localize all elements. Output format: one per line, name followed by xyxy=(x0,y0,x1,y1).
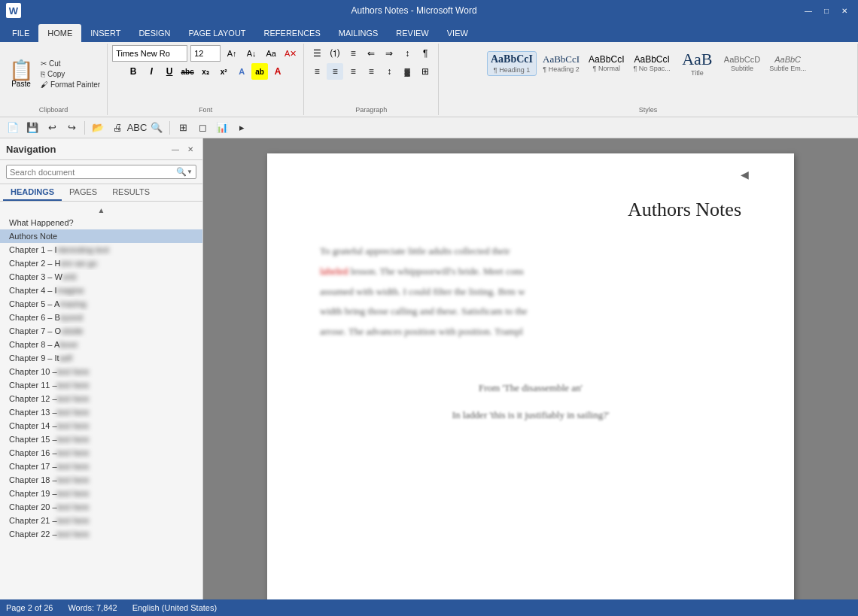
nav-item-chapter12[interactable]: Chapter 12 –text here xyxy=(0,392,202,405)
nav-collapse-button[interactable]: ▲ xyxy=(0,205,202,216)
smartart-button[interactable]: 📊 xyxy=(214,120,230,136)
document-title: Authors Notes - Microsoft Word xyxy=(27,5,801,16)
sort-button[interactable]: ↕ xyxy=(399,45,415,62)
strikethrough-button[interactable]: abc xyxy=(179,63,196,80)
underline-button[interactable]: U xyxy=(161,63,178,80)
paste-button[interactable]: 📋 Paste xyxy=(5,59,38,90)
format-painter-button[interactable]: 🖌 Format Painter xyxy=(38,80,102,90)
nav-item-chapter11[interactable]: Chapter 11 –text here xyxy=(0,378,202,392)
style-heading1[interactable]: AaBbCcI ¶ Heading 1 xyxy=(487,51,537,76)
style-subtitle[interactable]: AaBbCcD Subtitle xyxy=(721,53,763,74)
style-subtle-em[interactable]: AaBbC Subtle Em... xyxy=(766,53,809,74)
nav-item-chapter3[interactable]: Chapter 3 – World xyxy=(0,270,202,284)
font-size-input[interactable] xyxy=(190,45,221,62)
text-highlight-button[interactable]: ab xyxy=(251,63,268,80)
nav-item-chapter19[interactable]: Chapter 19 –text here xyxy=(0,487,202,500)
nav-item-chapter14[interactable]: Chapter 14 –text here xyxy=(0,419,202,432)
subscript-button[interactable]: x₂ xyxy=(197,63,214,80)
open-button[interactable]: 📂 xyxy=(90,120,106,136)
print-preview-button[interactable]: 🖨 xyxy=(109,120,126,136)
nav-item-chapter21[interactable]: Chapter 21 –text here xyxy=(0,514,202,527)
nav-item-chapter6[interactable]: Chapter 6 – Beyond xyxy=(0,311,202,324)
multilevel-list-button[interactable]: ≡ xyxy=(345,45,361,62)
nav-item-chapter8[interactable]: Chapter 8 – Above xyxy=(0,338,202,351)
style-normal[interactable]: AaBbCcI ¶ Normal xyxy=(586,53,627,74)
maximize-button[interactable]: □ xyxy=(819,5,834,17)
show-formatting-button[interactable]: ¶ xyxy=(417,45,434,62)
tab-results[interactable]: RESULTS xyxy=(105,184,157,201)
style-title[interactable]: AaB Title xyxy=(677,48,718,78)
close-button[interactable]: ✕ xyxy=(837,5,852,17)
spellcheck-button[interactable]: ABC xyxy=(129,120,145,136)
font-name-input[interactable] xyxy=(112,45,187,62)
search-icon[interactable]: 🔍 xyxy=(176,167,187,177)
tab-design[interactable]: DESIGN xyxy=(129,24,179,42)
new-doc-button[interactable]: 📄 xyxy=(5,120,21,136)
nav-item-chapter5[interactable]: Chapter 5 – Amazing xyxy=(0,297,202,311)
nav-item-chapter4[interactable]: Chapter 4 – Imagine xyxy=(0,284,202,297)
align-right-button[interactable]: ≡ xyxy=(345,63,361,80)
style-no-spacing[interactable]: AaBbCcI ¶ No Spac... xyxy=(630,53,673,74)
change-case-button[interactable]: Aa xyxy=(263,45,279,62)
nav-item-chapter22[interactable]: Chapter 22 –text here xyxy=(0,527,202,541)
cut-button[interactable]: ✂ Cut xyxy=(38,59,102,68)
nav-item-chapter2[interactable]: Chapter 2 – Here we go xyxy=(0,256,202,270)
font-color-button[interactable]: A xyxy=(269,63,286,80)
doc-quote-2: In ladder 'this is it justifiably in sai… xyxy=(320,409,741,421)
nav-item-chapter7[interactable]: Chapter 7 – Outside xyxy=(0,324,202,338)
align-center-button[interactable]: ≡ xyxy=(327,63,343,80)
tab-references[interactable]: REFERENCES xyxy=(255,24,330,42)
nav-item-what-happened[interactable]: What Happened? xyxy=(0,216,202,229)
bullets-button[interactable]: ☰ xyxy=(309,45,325,62)
find-button[interactable]: 🔍 xyxy=(148,120,165,136)
nav-minimize-button[interactable]: — xyxy=(169,143,181,155)
tab-pages[interactable]: PAGES xyxy=(62,184,105,201)
nav-item-chapter1[interactable]: Chapter 1 – Interesting text xyxy=(0,243,202,256)
search-dropdown-icon[interactable]: ▼ xyxy=(187,168,193,175)
shapes-button[interactable]: ◻ xyxy=(194,120,211,136)
font-grow-button[interactable]: A↑ xyxy=(224,45,240,62)
search-input[interactable] xyxy=(10,168,176,177)
borders-button[interactable]: ⊞ xyxy=(417,63,434,80)
font-shrink-button[interactable]: A↓ xyxy=(243,45,260,62)
undo-button[interactable]: ↩ xyxy=(44,120,60,136)
tab-page-layout[interactable]: PAGE LAYOUT xyxy=(180,24,255,42)
tab-home[interactable]: HOME xyxy=(38,24,81,42)
nav-item-chapter20[interactable]: Chapter 20 –text here xyxy=(0,500,202,514)
line-spacing-button[interactable]: ↕ xyxy=(381,63,397,80)
text-effects-button[interactable]: A xyxy=(233,63,250,80)
nav-item-authors-note[interactable]: Authors Note xyxy=(0,229,202,243)
nav-item-chapter15[interactable]: Chapter 15 –text here xyxy=(0,432,202,446)
nav-item-chapter16[interactable]: Chapter 16 –text here xyxy=(0,446,202,460)
numbering-button[interactable]: ⑴ xyxy=(327,45,343,62)
minimize-button[interactable]: — xyxy=(801,5,816,17)
tab-headings[interactable]: HEADINGS xyxy=(3,184,62,201)
clear-formatting-button[interactable]: A✕ xyxy=(282,45,299,62)
shading-button[interactable]: ▓ xyxy=(399,63,415,80)
justify-button[interactable]: ≡ xyxy=(363,63,379,80)
nav-item-chapter18[interactable]: Chapter 18 –text here xyxy=(0,473,202,487)
tab-mailings[interactable]: MAILINGS xyxy=(330,24,388,42)
nav-item-chapter9[interactable]: Chapter 9 – Itself xyxy=(0,351,202,365)
decrease-indent-button[interactable]: ⇐ xyxy=(363,45,379,62)
nav-item-chapter17[interactable]: Chapter 17 –text here xyxy=(0,460,202,473)
tab-file[interactable]: FILE xyxy=(3,24,38,42)
superscript-button[interactable]: x² xyxy=(215,63,232,80)
nav-close-button[interactable]: ✕ xyxy=(184,143,196,155)
align-left-button[interactable]: ≡ xyxy=(309,63,325,80)
save-button[interactable]: 💾 xyxy=(24,120,41,136)
style-heading2[interactable]: AaBbCcI ¶ Heading 2 xyxy=(540,52,583,74)
tab-review[interactable]: REVIEW xyxy=(387,24,437,42)
tab-view[interactable]: VIEW xyxy=(438,24,477,42)
bold-button[interactable]: B xyxy=(125,63,141,80)
italic-button[interactable]: I xyxy=(143,63,160,80)
more-button[interactable]: ▸ xyxy=(233,120,250,136)
increase-indent-button[interactable]: ⇒ xyxy=(381,45,397,62)
nav-item-chapter10[interactable]: Chapter 10 –text here xyxy=(0,365,202,378)
table-button[interactable]: ⊞ xyxy=(175,120,191,136)
redo-button[interactable]: ↪ xyxy=(63,120,80,136)
nav-item-chapter13[interactable]: Chapter 13 –text here xyxy=(0,405,202,419)
status-bar: Page 2 of 26 Words: 7,842 English (Unite… xyxy=(0,599,858,616)
tab-insert[interactable]: INSERT xyxy=(81,24,129,42)
copy-button[interactable]: ⎘ Copy xyxy=(38,69,102,79)
